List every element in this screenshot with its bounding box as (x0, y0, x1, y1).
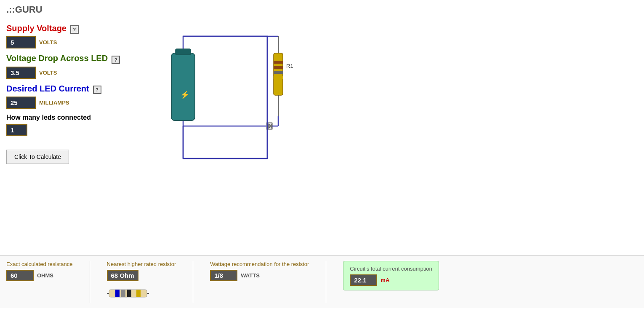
exact-resistance-block: Exact calculated resistance 60 OHMS (6, 261, 73, 281)
svg-rect-27 (115, 290, 120, 297)
wattage-block: Wattage recommendation for the resistor … (210, 261, 309, 281)
voltage-drop-section: Voltage Drop Across LED ? VOLTS (6, 54, 149, 78)
exact-resistance-unit: OHMS (37, 272, 53, 279)
current-consumption-unit: mA (381, 277, 389, 283)
svg-text:⚡: ⚡ (180, 90, 190, 99)
svg-rect-6 (274, 53, 283, 95)
svg-text:MODS: MODS (202, 86, 207, 99)
svg-rect-29 (127, 290, 131, 297)
current-consumption-value: 22.1 (350, 274, 377, 286)
exact-resistance-label: Exact calculated resistance (6, 261, 73, 267)
divider-3 (326, 261, 326, 303)
led-count-input[interactable] (6, 124, 27, 136)
wattage-value: 1/8 (210, 270, 237, 281)
led-current-input[interactable] (6, 97, 36, 109)
supply-voltage-unit: VOLTS (39, 39, 57, 46)
nearest-resistor-value: 68 Ohm (107, 270, 138, 281)
app-title: .::GURU (0, 0, 644, 19)
svg-rect-8 (274, 66, 283, 69)
nearest-resistor-label: Nearest higher rated resistor (107, 261, 176, 267)
led-current-section: Desired LED Current ? MILLIAMPS (6, 84, 149, 109)
led-current-help[interactable]: ? (93, 86, 101, 94)
wattage-unit: WATTS (241, 272, 260, 279)
svg-rect-0 (183, 36, 267, 158)
led-count-section: How many leds connected (6, 114, 149, 136)
circuit-diagram: METIKU MODS ⚡ R1 (158, 24, 638, 251)
r1-label: R1 (286, 63, 293, 69)
divider-2 (193, 261, 193, 303)
supply-voltage-input[interactable] (6, 36, 36, 48)
svg-rect-2 (176, 49, 191, 55)
svg-rect-9 (274, 71, 283, 74)
left-panel: Supply Voltage ? VOLTS Voltage Drop Acro… (6, 24, 158, 251)
supply-voltage-label: Supply Voltage (6, 24, 67, 33)
header: .::GURU (0, 0, 644, 19)
circuit-svg: METIKU MODS ⚡ R1 (158, 24, 326, 184)
voltage-drop-label: Voltage Drop Across LED (6, 54, 108, 63)
led-current-unit: MILLIAMPS (39, 99, 69, 106)
led-count-label: How many leds connected (6, 114, 91, 121)
current-consumption-block: Circuit's total current consumption 22.1… (343, 261, 439, 290)
divider-1 (90, 261, 90, 303)
voltage-drop-unit: VOLTS (39, 70, 57, 76)
calculate-button[interactable]: Click To Calculate (6, 150, 69, 164)
supply-voltage-help[interactable]: ? (70, 25, 79, 34)
exact-resistance-value: 60 (6, 270, 34, 281)
supply-voltage-section: Supply Voltage ? VOLTS (6, 24, 149, 48)
svg-rect-30 (136, 290, 141, 297)
svg-rect-10 (274, 76, 283, 79)
voltage-drop-input[interactable] (6, 67, 36, 79)
current-consumption-label: Circuit's total current consumption (350, 266, 432, 272)
svg-rect-7 (274, 61, 283, 64)
led-current-label: Desired LED Current (6, 84, 89, 93)
svg-rect-1 (171, 53, 195, 121)
nearest-resistor-block: Nearest higher rated resistor 68 Ohm (107, 261, 176, 303)
resistor-bands-graphic (107, 285, 176, 303)
svg-rect-28 (121, 290, 125, 297)
results-bar: Exact calculated resistance 60 OHMS Near… (0, 255, 644, 308)
voltage-drop-help[interactable]: ? (112, 56, 120, 64)
wattage-label: Wattage recommendation for the resistor (210, 261, 309, 267)
